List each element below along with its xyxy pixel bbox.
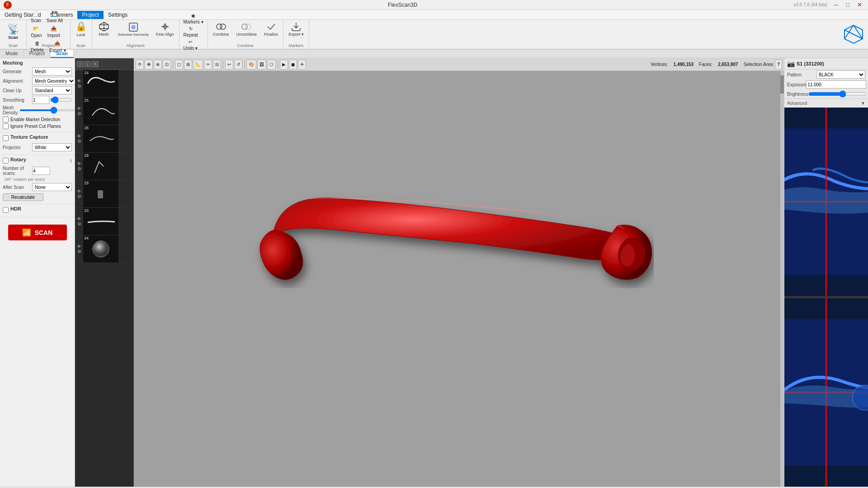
ignore-preset-label[interactable]: Ignore Preset Cut Planes	[10, 124, 61, 129]
vp-texture-btn[interactable]: 🖼	[257, 60, 266, 70]
settings-icon[interactable]: ⚙	[77, 139, 81, 144]
project-group-label: Project	[42, 43, 55, 48]
enable-marker-checkbox[interactable]	[3, 117, 9, 122]
add-scan-btn[interactable]: +	[92, 61, 99, 67]
vp-wireframe-btn[interactable]: ⬡	[267, 60, 276, 70]
vp-reset-btn[interactable]: ↺	[234, 60, 242, 70]
scan-thumbnail-28[interactable]: 28	[83, 153, 118, 180]
eye-icon[interactable]: 👁	[77, 244, 81, 249]
scan-thumbnail-29[interactable]: 29	[83, 180, 118, 207]
settings-icon[interactable]: ⚙	[77, 249, 81, 254]
vp-grid-btn[interactable]: ⊞	[184, 60, 192, 70]
save-all-btn[interactable]: 💾Save All	[44, 10, 65, 24]
cleanup-select[interactable]: Standard None Aggressive	[32, 86, 72, 94]
scan-button[interactable]: 📶 SCAN	[8, 225, 67, 240]
eye-icon[interactable]: 👁	[77, 189, 81, 194]
rotary-checkbox[interactable]	[3, 158, 9, 164]
wifi-icon: 📶	[22, 228, 31, 237]
scan-thumbnail-25[interactable]: 25	[83, 98, 118, 125]
cleanup-row: Clean Up Standard None Aggressive	[3, 86, 72, 94]
fine-align-btn[interactable]: Fine Align	[153, 18, 177, 45]
vp-fit-btn[interactable]: ⊡	[163, 60, 171, 70]
sort-desc-btn[interactable]: ↓	[85, 61, 91, 67]
vp-help-btn[interactable]: ?	[775, 60, 782, 70]
eye-icon[interactable]: 👁	[77, 134, 81, 139]
settings-icon[interactable]: ⚙	[77, 111, 81, 116]
menu-project[interactable]: Project	[77, 11, 103, 19]
pattern-select[interactable]: BLACK WHITE RED GREEN	[816, 70, 865, 79]
export-btn[interactable]: Export ▾	[285, 18, 307, 45]
num-scans-input[interactable]	[32, 167, 50, 175]
exposure-input[interactable]	[806, 80, 866, 89]
scan-toolbar-btn[interactable]: 📡 Scan	[2, 18, 24, 45]
generate-select[interactable]: Mesh Point Cloud	[32, 67, 72, 75]
brightness-slider[interactable]	[808, 90, 867, 98]
open-btn[interactable]: 📂Open	[28, 25, 44, 39]
viewport-scrollbar[interactable]	[780, 71, 784, 487]
settings-icon[interactable]: ⚙	[77, 221, 81, 226]
finalize-btn[interactable]: Finalize	[261, 18, 281, 45]
sort-asc-btn[interactable]: ↑	[77, 61, 84, 67]
smoothing-input[interactable]	[32, 96, 49, 104]
scan-thumbnail-34[interactable]: 34	[83, 235, 118, 263]
mesh-density-slider[interactable]	[19, 109, 75, 111]
enable-marker-label[interactable]: Enable Marker Detection	[10, 117, 60, 122]
markers-btn[interactable]: ◉Markers ▾	[181, 12, 206, 25]
settings-icon[interactable]: ⚙	[77, 166, 81, 171]
alignment-label: Alignment	[3, 79, 32, 84]
viewport-toolbar: ⟳ ✥ ⊕ ⊡ ◻ ⊞ 📐 ✂ ⊟ ↩ ↺ 🎨 🖼 ⬡ ▶ ◼ ✛ Vertic…	[134, 58, 784, 71]
vp-rotate-btn[interactable]: ⟳	[136, 60, 144, 70]
menu-settings[interactable]: Settings	[104, 11, 132, 19]
settings-icon[interactable]: ⚙	[77, 194, 81, 199]
eye-icon[interactable]: 👁	[77, 216, 81, 221]
smoothing-slider[interactable]	[50, 96, 73, 103]
vp-clip-btn[interactable]: ✂	[204, 60, 212, 70]
vp-zoom-btn[interactable]: ⊕	[154, 60, 162, 70]
vp-select-btn[interactable]: ◻	[175, 60, 183, 70]
scrollbar-thumb[interactable]	[780, 75, 784, 94]
texture-capture-checkbox[interactable]	[3, 135, 9, 141]
vp-crosshair-btn[interactable]: ✛	[298, 60, 306, 70]
close-btn[interactable]: ✕	[854, 1, 864, 8]
lock-btn[interactable]: 🔒 Lock	[72, 18, 90, 45]
uncombine-btn[interactable]: Uncombine	[233, 18, 260, 45]
camera-image-bottom[interactable]	[784, 298, 868, 487]
projector-select[interactable]: White Red Green Blue	[32, 143, 72, 151]
vp-stop-btn[interactable]: ◼	[289, 60, 297, 70]
alignment-select[interactable]: Mesh Geometry Point Cloud	[32, 77, 75, 85]
advanced-header[interactable]: Advanced ▼	[784, 99, 868, 108]
settings-icon[interactable]: ⚙	[77, 84, 81, 89]
scan-thumbnail-24[interactable]: 24	[83, 70, 118, 97]
scan-thumbnail-26[interactable]: 26	[83, 125, 118, 152]
selected-geometry-btn[interactable]: Selected Geometry	[115, 18, 152, 45]
scan-thumbnail-33[interactable]: 33	[83, 208, 118, 235]
meshing-title: Meshing	[3, 60, 72, 66]
mesh-btn[interactable]: Mesh	[94, 18, 114, 45]
maximize-btn[interactable]: □	[843, 1, 853, 8]
vp-color-btn[interactable]: 🎨	[246, 60, 256, 70]
recalculate-btn[interactable]: Recalculate	[3, 193, 43, 201]
hdr-checkbox[interactable]	[3, 207, 9, 213]
tab-mode[interactable]: Mode	[0, 50, 24, 58]
repeat-btn[interactable]: ↻Repeat	[181, 25, 200, 38]
minimize-btn[interactable]: ─	[831, 1, 841, 8]
camera-image-top[interactable]	[784, 108, 868, 296]
ignore-preset-checkbox[interactable]	[3, 123, 9, 129]
combine-btn[interactable]: Combine	[210, 18, 232, 45]
vp-undo-vp-btn[interactable]: ↩	[225, 60, 233, 70]
svg-point-8	[220, 24, 226, 29]
eye-icon[interactable]: 👁	[77, 79, 81, 84]
after-scan-select[interactable]: None Align Combine	[32, 183, 72, 191]
vp-play-btn[interactable]: ▶	[280, 60, 288, 70]
import-btn[interactable]: 📥Import	[45, 25, 62, 39]
new-btn[interactable]: 📄Scan	[28, 10, 43, 24]
scan-row-controls: 👁 ⚙	[75, 153, 83, 180]
toolbar-project-group: 📄Scan 💾Save All 📂Open 📥Import 🗑Delete 📤E…	[27, 20, 71, 49]
vp-measure-btn[interactable]: 📐	[193, 60, 203, 70]
eye-icon[interactable]: 👁	[77, 161, 81, 166]
vp-pan-btn[interactable]: ✥	[145, 60, 153, 70]
vp-section-btn[interactable]: ⊟	[213, 60, 221, 70]
undo-btn[interactable]: ↩Undo ▾	[181, 38, 200, 52]
eye-icon[interactable]: 👁	[77, 106, 81, 111]
viewport[interactable]: ⟳ ✥ ⊕ ⊡ ◻ ⊞ 📐 ✂ ⊟ ↩ ↺ 🎨 🖼 ⬡ ▶ ◼ ✛ Vertic…	[134, 58, 784, 487]
